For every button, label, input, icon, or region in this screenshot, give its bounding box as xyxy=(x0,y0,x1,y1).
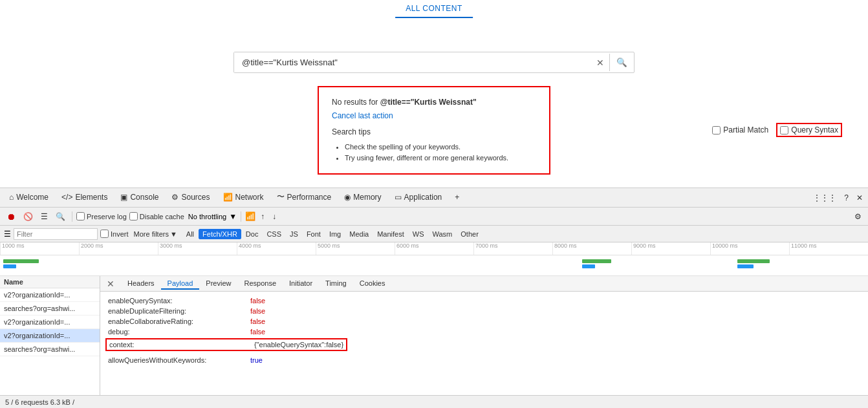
query-syntax-checkbox-label[interactable]: Query Syntax xyxy=(780,125,838,134)
tip2: Try using fewer, different or more gener… xyxy=(345,153,536,164)
search-clear-button[interactable]: ✕ xyxy=(591,54,609,72)
network-list-item-3[interactable]: v2?organizationId=... xyxy=(0,316,100,329)
detail-tab-response[interactable]: Response xyxy=(237,278,283,290)
detail-close-button[interactable]: ✕ xyxy=(103,279,118,289)
all-content-tab[interactable]: ALL CONTENT xyxy=(395,0,473,18)
filter-js-button[interactable]: JS xyxy=(286,229,302,239)
query-syntax-box: Query Syntax xyxy=(776,123,842,137)
filter-ws-button[interactable]: WS xyxy=(409,229,428,239)
timeline-bar-4 xyxy=(582,264,595,268)
record-button[interactable]: ⏺ xyxy=(4,210,18,223)
filter-img-button[interactable]: Img xyxy=(325,229,345,239)
status-bar: 5 / 6 requests 6.3 kB / xyxy=(0,395,868,408)
disable-cache-label[interactable]: Disable cache xyxy=(129,212,184,220)
filter-input[interactable] xyxy=(14,228,98,240)
filter-font-button[interactable]: Font xyxy=(303,229,325,239)
detail-value-1: false xyxy=(250,297,265,305)
detail-tab-initiator[interactable]: Initiator xyxy=(283,278,319,290)
preserve-log-checkbox[interactable] xyxy=(76,212,85,220)
detail-value-5: true xyxy=(250,356,263,364)
invert-checkbox[interactable] xyxy=(100,230,109,238)
settings-button[interactable]: ⚙ xyxy=(852,211,864,222)
tab-application[interactable]: ▭ Application xyxy=(388,190,449,206)
toolbar-separator2 xyxy=(241,211,241,222)
tab-network[interactable]: 📶 Network xyxy=(217,190,270,206)
search-button[interactable]: 🔍 xyxy=(609,54,634,71)
detail-tab-headers[interactable]: Headers xyxy=(121,278,161,290)
filter-type-buttons: All Fetch/XHR Doc CSS JS Font Img Media … xyxy=(182,229,483,239)
timeline-bar-3 xyxy=(582,259,611,263)
throttling-dropdown-icon[interactable]: ▼ xyxy=(229,212,237,221)
tab-elements[interactable]: </> Elements xyxy=(55,190,114,206)
devtools-tabs: ⌂ Welcome </> Elements ▣ Console ⚙ Sourc… xyxy=(0,188,868,208)
timeline-ruler: 1000 ms 2000 ms 3000 ms 4000 ms 5000 ms … xyxy=(0,242,868,255)
tab-memory[interactable]: ◉ Memory xyxy=(338,190,387,206)
network-list-item-4[interactable]: v2?organizationId=... xyxy=(0,329,100,343)
tab-console[interactable]: ▣ Console xyxy=(114,190,165,206)
mark-7000: 7000 ms xyxy=(473,242,552,255)
detail-value-3: false xyxy=(250,317,265,325)
detail-row-4: debug: false xyxy=(108,327,860,337)
partial-match-checkbox[interactable] xyxy=(712,126,721,134)
filter-icon: ☰ xyxy=(4,230,11,239)
filter-wasm-button[interactable]: Wasm xyxy=(429,229,457,239)
network-list: Name v2?organizationId=... searches?org=… xyxy=(0,276,100,395)
detail-tab-cookies[interactable]: Cookies xyxy=(353,278,392,290)
detail-value-context: {"enableQuerySyntax":false} xyxy=(254,341,343,349)
upload-button[interactable]: ↑ xyxy=(258,211,267,222)
timeline-bars-area xyxy=(0,255,868,275)
search-network-button[interactable]: 🔍 xyxy=(53,211,68,222)
detail-tab-preview[interactable]: Preview xyxy=(199,278,237,290)
filter-fetch-xhr-button[interactable]: Fetch/XHR xyxy=(199,229,241,239)
devtools-more: ⋮⋮⋮ ? ✕ xyxy=(810,192,865,204)
preserve-log-label[interactable]: Preserve log xyxy=(76,212,127,220)
detail-key-3: enableCollaborativeRating: xyxy=(108,317,250,325)
download-button[interactable]: ↓ xyxy=(270,211,279,222)
more-filters-button[interactable]: More filters ▼ xyxy=(131,230,180,239)
tip1: Check the spelling of your keywords. xyxy=(345,142,536,153)
filter-button[interactable]: ☰ xyxy=(38,211,50,222)
more-options-button[interactable]: ⋮⋮⋮ xyxy=(810,192,839,204)
tab-performance[interactable]: 〜 Performance xyxy=(270,189,338,206)
help-button[interactable]: ? xyxy=(841,192,851,204)
filter-all-button[interactable]: All xyxy=(182,229,198,239)
filter-other-button[interactable]: Other xyxy=(457,229,483,239)
detail-tab-payload[interactable]: Payload xyxy=(161,278,200,290)
toolbar-separator1 xyxy=(72,211,72,222)
mark-4000: 4000 ms xyxy=(237,242,316,255)
network-list-item-1[interactable]: v2?organizationId=... xyxy=(0,288,100,302)
invert-label[interactable]: Invert xyxy=(100,230,129,238)
detach-button[interactable]: ✕ xyxy=(854,192,865,204)
disable-cache-checkbox[interactable] xyxy=(129,212,138,220)
search-tips-list: Check the spelling of your keywords. Try… xyxy=(332,142,536,164)
detail-tab-timing[interactable]: Timing xyxy=(319,278,353,290)
status-text: 5 / 6 requests 6.3 kB / xyxy=(5,398,74,406)
sources-icon: ⚙ xyxy=(171,193,179,202)
detail-key-1: enableQuerySyntax: xyxy=(108,297,250,305)
mark-2000: 2000 ms xyxy=(79,242,158,255)
filter-manifest-button[interactable]: Manifest xyxy=(373,229,408,239)
cancel-action-link[interactable]: Cancel last action xyxy=(332,110,536,122)
network-list-item-5[interactable]: searches?org=ashwi... xyxy=(0,343,100,356)
partial-match-checkbox-label[interactable]: Partial Match xyxy=(712,125,768,134)
tab-sources[interactable]: ⚙ Sources xyxy=(165,190,216,206)
tab-welcome[interactable]: ⌂ Welcome xyxy=(3,190,55,206)
search-icon: 🔍 xyxy=(616,58,627,67)
detail-row-1: enableQuerySyntax: false xyxy=(108,295,860,306)
timeline-bar-5 xyxy=(737,259,770,263)
mark-8000: 8000 ms xyxy=(552,242,631,255)
query-syntax-checkbox[interactable] xyxy=(780,126,788,134)
network-list-header: Name xyxy=(0,276,100,288)
filter-media-button[interactable]: Media xyxy=(345,229,373,239)
no-results-box: No results for @title=="Kurtis Weissnat"… xyxy=(318,86,550,175)
search-bar-container: ✕ 🔍 xyxy=(233,52,635,73)
filter-doc-button[interactable]: Doc xyxy=(242,229,263,239)
timeline-bar-6 xyxy=(737,264,754,268)
filter-css-button[interactable]: CSS xyxy=(263,229,285,239)
search-input[interactable] xyxy=(234,52,591,72)
elements-icon: </> xyxy=(61,193,72,202)
network-list-item-2[interactable]: searches?org=ashwi... xyxy=(0,302,100,316)
tab-add[interactable]: + xyxy=(448,190,466,206)
clear-button[interactable]: 🚫 xyxy=(21,211,36,222)
mark-5000: 5000 ms xyxy=(316,242,395,255)
